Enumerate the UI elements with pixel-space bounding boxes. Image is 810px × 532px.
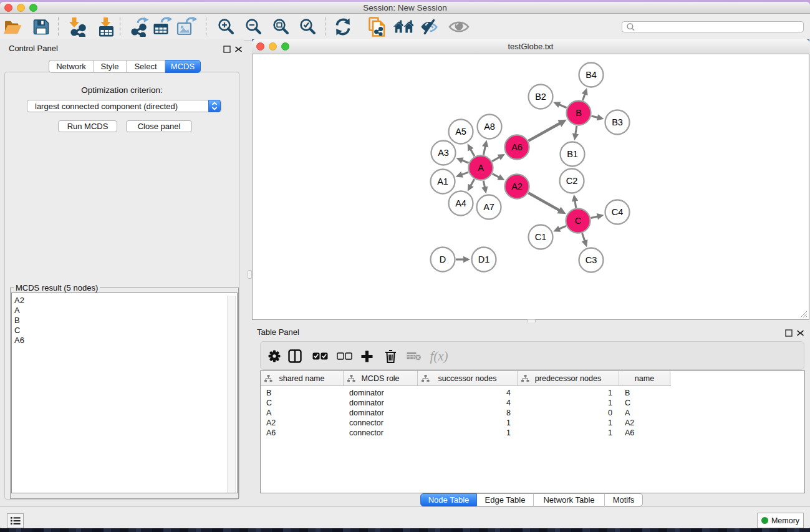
table-row[interactable]: Bdominator41B [261, 388, 804, 398]
vertical-splitter-handle[interactable] [248, 270, 252, 279]
tab-edge-table[interactable]: Edge Table [477, 493, 534, 506]
graph-node-label: C3 [586, 255, 597, 265]
graph-edge-A-A8[interactable] [483, 146, 485, 155]
column-header-predecessor-nodes[interactable]: predecessor nodes [518, 371, 619, 386]
graph-edge-C-C1[interactable] [559, 226, 566, 229]
graph-edge-arrowhead [582, 239, 588, 247]
graph-edge-C-C2[interactable] [575, 201, 576, 208]
column-header-name[interactable]: name [619, 371, 670, 386]
graph-edge-B-B4[interactable] [583, 94, 585, 100]
export-table-icon[interactable] [152, 17, 173, 37]
import-network-icon[interactable] [67, 17, 88, 37]
table-delete-column-icon[interactable] [380, 342, 401, 370]
mcds-result-item[interactable]: A6 [12, 336, 228, 346]
optimization-criterion-dropdown[interactable]: largest connected component (directed) [27, 100, 221, 112]
search-input[interactable] [635, 22, 803, 31]
mcds-result-item[interactable]: A [12, 306, 228, 316]
tab-network[interactable]: Network [49, 60, 94, 73]
mcds-result-item[interactable]: A2 [12, 296, 228, 306]
refresh-icon[interactable] [332, 17, 354, 37]
save-session-icon[interactable] [31, 17, 52, 37]
first-neighbors-icon[interactable] [393, 17, 414, 37]
graph-edge-arrowhead [463, 256, 470, 263]
graph-edge-A-A5[interactable] [470, 149, 474, 157]
tab-style[interactable]: Style [94, 60, 127, 73]
network-canvas[interactable]: B4B2BB3A5A8A6B1A3AA1C2A2A4A7C4CC1C3DD1 [252, 54, 809, 320]
graph-edge-C-C3[interactable] [582, 233, 585, 241]
zoom-out-icon[interactable] [243, 17, 264, 37]
graph-node-label: A8 [484, 122, 495, 132]
control-panel-tabs: Network Style Select MCDS [49, 60, 201, 73]
graph-node-label: A2 [511, 181, 523, 191]
resize-grip-icon[interactable] [800, 311, 808, 318]
table-settings-icon[interactable] [264, 342, 285, 370]
mcds-result-scrollbar[interactable] [227, 296, 236, 493]
zoom-in-icon[interactable] [215, 17, 236, 37]
graph-edge-B-B3[interactable] [591, 116, 597, 118]
zoom-selected-icon[interactable] [297, 17, 318, 37]
graph-edge-A-A3[interactable] [462, 160, 469, 163]
tab-mcds[interactable]: MCDS [165, 60, 201, 73]
column-header-MCDS-role[interactable]: MCDS role [344, 371, 418, 386]
table-row[interactable]: A6connector11A6 [261, 428, 804, 438]
tab-node-table[interactable]: Node Table [420, 493, 477, 506]
table-select-all-icon[interactable] [309, 342, 330, 370]
close-panel-icon[interactable] [234, 44, 243, 52]
close-panel-button[interactable]: Close panel [126, 120, 192, 132]
tab-select[interactable]: Select [127, 60, 165, 73]
table-panel-tabs: Node Table Edge Table Network Table Moti… [420, 493, 643, 506]
tab-network-table[interactable]: Network Table [534, 493, 605, 506]
table-panel: Table Panel [252, 322, 810, 506]
column-header-shared-name[interactable]: shared name [261, 371, 344, 386]
table-cell: connector [344, 428, 418, 438]
tab-motifs[interactable]: Motifs [605, 493, 643, 506]
mcds-result-item[interactable]: B [12, 316, 228, 326]
control-panel-title: Control Panel [9, 44, 58, 53]
table-delete-table-icon[interactable] [403, 342, 425, 370]
graph-edge-B-B2[interactable] [559, 105, 566, 108]
table-close-panel-icon[interactable] [796, 328, 804, 336]
float-panel-icon[interactable] [223, 44, 231, 52]
table-function-builder-icon[interactable]: f(x) [427, 342, 451, 370]
graph-edge-A-A4[interactable] [471, 179, 475, 186]
table-cell: A6 [619, 428, 670, 438]
main-toolbar [0, 14, 810, 41]
graph-edge-A-A1[interactable] [461, 172, 468, 175]
table-add-column-icon[interactable] [356, 342, 377, 370]
zoom-fit-icon[interactable] [270, 17, 291, 37]
graph-edge-arrowhead [597, 213, 604, 220]
memory-button[interactable]: Memory [757, 513, 804, 528]
graph-edge-A-A7[interactable] [483, 181, 485, 188]
graph-edge-A2-C[interactable] [528, 193, 559, 210]
graph-edge-C-C4[interactable] [591, 216, 597, 218]
graph-node-label: B1 [567, 149, 578, 159]
run-mcds-button[interactable]: Run MCDS [58, 120, 117, 132]
table-split-columns-icon[interactable] [284, 342, 306, 370]
table-row[interactable]: A2connector11A2 [261, 418, 804, 428]
clone-network-icon[interactable] [367, 17, 388, 37]
export-network-icon[interactable] [129, 17, 150, 37]
mcds-result-item[interactable]: C [12, 326, 228, 336]
table-cell: 4 [418, 398, 518, 408]
import-table-icon[interactable] [95, 17, 117, 37]
graph-edge-A-A6[interactable] [492, 157, 499, 162]
table-cell: A2 [619, 418, 670, 428]
status-list-button[interactable] [7, 513, 24, 528]
graph-edge-A6-B[interactable] [528, 123, 560, 141]
graph-edge-A-A2[interactable] [493, 174, 499, 178]
graph-node-label: A5 [455, 127, 466, 137]
app-titlebar: Session: New Session [0, 2, 810, 14]
hide-selected-icon[interactable] [420, 17, 441, 37]
graph-node-label: D1 [478, 254, 490, 264]
table-row[interactable]: Cdominator41C [261, 398, 804, 408]
export-image-icon[interactable] [176, 17, 198, 37]
mcds-result-list: A2ABCA6 [11, 293, 238, 493]
table-cell: C [261, 398, 344, 408]
graph-edge-B-B1[interactable] [576, 126, 577, 135]
table-deselect-all-icon[interactable] [334, 342, 355, 370]
table-float-panel-icon[interactable] [785, 328, 793, 336]
open-session-icon[interactable] [2, 17, 24, 37]
column-header-successor-nodes[interactable]: successor nodes [418, 371, 518, 386]
show-all-icon[interactable] [448, 17, 470, 37]
table-row[interactable]: Adominator80A [261, 408, 804, 418]
